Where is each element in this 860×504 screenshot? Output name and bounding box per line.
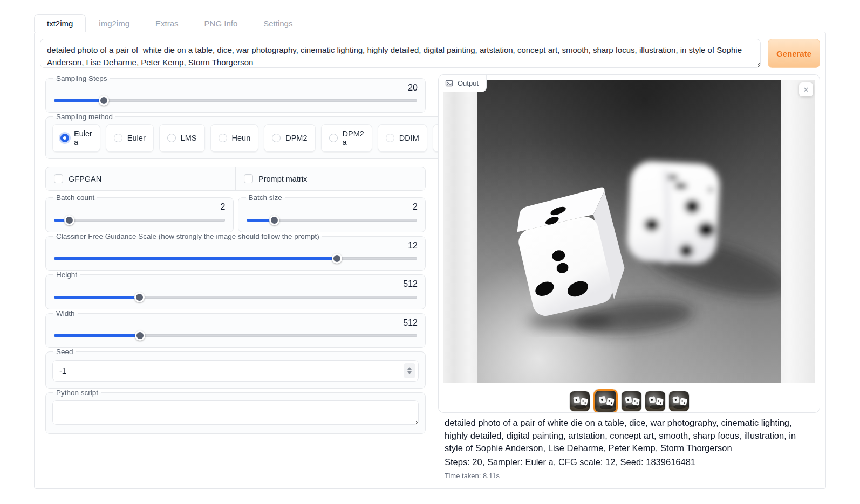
app-window: txt2imgimg2imgExtrasPNG InfoSettings det…: [34, 12, 826, 489]
batch-size-value: 2: [245, 202, 418, 212]
gallery-thumbnail-5[interactable]: [669, 391, 689, 411]
tab-extras[interactable]: Extras: [142, 14, 192, 32]
slider-knob[interactable]: [64, 215, 74, 225]
prompt-row: detailed photo of a pair of white die on…: [40, 39, 820, 68]
caption-prompt: detailed photo of a pair of white die on…: [445, 417, 814, 455]
gfpgan-option[interactable]: GFPGAN: [46, 167, 235, 190]
sampling-steps-label: Sampling Steps: [53, 74, 110, 82]
seed-label: Seed: [53, 348, 76, 356]
gallery-thumbnail-1[interactable]: [570, 391, 590, 411]
radio-option-lms[interactable]: LMS: [159, 124, 205, 152]
slider-knob[interactable]: [134, 292, 145, 302]
height-label: Height: [53, 271, 80, 279]
radio-label: DDIM: [399, 134, 419, 142]
width-label: Width: [53, 309, 78, 317]
radio-label: Euler: [127, 134, 146, 142]
radio-option-euler[interactable]: Euler: [106, 124, 154, 152]
radio-circle[interactable]: [386, 134, 394, 142]
radio-option-ddim[interactable]: DDIM: [378, 124, 427, 152]
caption-time-taken: Time taken: 8.11s: [445, 472, 814, 480]
slider-knob[interactable]: [332, 253, 342, 264]
gallery-thumbnail-4[interactable]: [645, 391, 665, 411]
radio-circle[interactable]: [60, 134, 69, 142]
width-slider[interactable]: [54, 330, 417, 341]
radio-option-dpm2[interactable]: DPM2: [264, 124, 315, 152]
tab-png-info[interactable]: PNG Info: [192, 14, 251, 32]
txt2img-panel: detailed photo of a pair of white die on…: [34, 32, 826, 489]
output-column: Output ✕: [438, 74, 820, 480]
radio-circle[interactable]: [114, 134, 122, 142]
gfpgan-label: GFPGAN: [69, 175, 101, 183]
radio-circle[interactable]: [219, 134, 227, 142]
output-tab-label: Output: [458, 79, 479, 87]
radio-label: Heun: [232, 134, 251, 142]
radio-option-heun[interactable]: Heun: [210, 124, 259, 152]
sampling-method-label: Sampling method: [53, 113, 115, 121]
prompt-input[interactable]: detailed photo of a pair of white die on…: [40, 39, 761, 68]
radio-label: Euler a: [74, 129, 92, 147]
batch-row: Batch count 2 Batch size 2: [45, 194, 426, 232]
python-script-group: Python script: [45, 389, 426, 434]
width-group: Width 512: [45, 309, 426, 348]
radio-option-euler-a[interactable]: Euler a: [52, 124, 100, 152]
batch-count-group: Batch count 2: [45, 194, 234, 232]
slider-knob[interactable]: [135, 330, 145, 341]
seed-group: Seed: [45, 348, 426, 389]
thumbnail-dice-image: [622, 391, 641, 411]
picture-icon: [445, 79, 453, 87]
output-caption: detailed photo of a pair of white die on…: [438, 413, 820, 480]
gallery-thumbnail-3[interactable]: [622, 391, 641, 411]
output-gallery: [439, 389, 820, 413]
options-row: GFPGAN Prompt matrix: [45, 167, 426, 191]
tab-img2img[interactable]: img2img: [86, 14, 142, 32]
height-slider[interactable]: [54, 292, 417, 302]
radio-label: DPM2: [285, 134, 307, 142]
generate-button[interactable]: Generate: [768, 39, 820, 68]
batch-count-value: 2: [52, 202, 226, 212]
slider-knob[interactable]: [269, 215, 279, 225]
thumbnail-dice-image: [595, 391, 616, 412]
output-tab: Output: [439, 75, 487, 92]
prompt-matrix-option[interactable]: Prompt matrix: [235, 167, 425, 190]
radio-label: DPM2 a: [343, 129, 364, 147]
slider-knob[interactable]: [99, 95, 109, 106]
batch-size-group: Batch size 2: [238, 194, 426, 232]
gfpgan-checkbox[interactable]: [54, 174, 63, 183]
cfg-scale-slider[interactable]: [54, 253, 417, 264]
tab-settings[interactable]: Settings: [250, 14, 305, 32]
sampling-steps-group: Sampling Steps 20: [45, 74, 426, 113]
close-icon[interactable]: ✕: [799, 82, 813, 96]
cfg-scale-group: Classifier Free Guidance Scale (how stro…: [45, 232, 426, 271]
output-panel: Output ✕: [438, 74, 820, 413]
radio-circle[interactable]: [167, 134, 176, 142]
generated-dice-image: [477, 80, 781, 383]
gallery-thumbnail-2[interactable]: [593, 389, 618, 413]
python-script-label: Python script: [53, 389, 101, 397]
caption-parameters: Steps: 20, Sampler: Euler a, CFG scale: …: [445, 456, 814, 469]
width-value: 512: [52, 318, 418, 328]
radio-option-dpm2-a[interactable]: DPM2 a: [321, 124, 372, 152]
radio-label: LMS: [181, 134, 197, 142]
seed-stepper[interactable]: [404, 363, 415, 378]
thumbnail-dice-image: [669, 391, 689, 411]
height-value: 512: [52, 279, 418, 289]
python-script-input[interactable]: [52, 400, 419, 425]
tab-txt2img[interactable]: txt2img: [34, 14, 86, 32]
sampling-method-options: Euler aEulerLMSHeunDPM2DPM2 aDDIMPLMS: [52, 124, 483, 152]
output-image-strip: [443, 80, 815, 383]
batch-size-slider[interactable]: [247, 215, 418, 225]
batch-size-label: Batch size: [246, 194, 285, 202]
radio-circle[interactable]: [329, 134, 338, 142]
prompt-matrix-checkbox[interactable]: [244, 174, 253, 183]
batch-count-label: Batch count: [53, 194, 97, 202]
thumbnail-dice-image: [570, 391, 590, 411]
sampling-steps-slider[interactable]: [54, 95, 417, 106]
cfg-scale-value: 12: [52, 241, 418, 251]
prompt-matrix-label: Prompt matrix: [258, 175, 307, 183]
seed-input[interactable]: [52, 360, 419, 382]
radio-circle[interactable]: [272, 134, 281, 142]
batch-count-slider[interactable]: [54, 215, 225, 225]
height-group: Height 512: [45, 271, 426, 309]
sampling-method-group: Sampling method Euler aEulerLMSHeunDPM2D…: [45, 113, 490, 159]
cfg-scale-label: Classifier Free Guidance Scale (how stro…: [53, 232, 322, 240]
